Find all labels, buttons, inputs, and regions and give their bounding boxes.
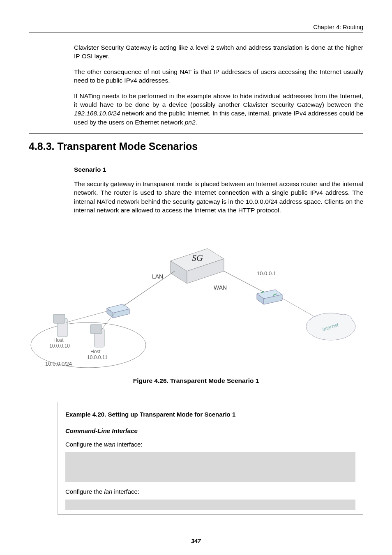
example-conf-lan: Configure the lan interface:	[65, 488, 355, 496]
scenario-heading: Scenario 1	[74, 165, 363, 174]
conf-wan-a: Configure the	[65, 441, 104, 448]
example-box: Example 4.20. Setting up Transparent Mod…	[58, 402, 363, 515]
figure-network-label: 10.0.0.0/24	[45, 361, 72, 367]
intro-paragraph-1: Clavister Security Gateway is acting lik…	[74, 43, 363, 61]
intro-p3-a: If NATing needs to be performed in the e…	[74, 92, 363, 108]
intro-p3-c: .	[196, 119, 197, 126]
figure-svg: 10.0.0.0/24 Host 10.0.0.10 Host 10.0.0.1…	[29, 226, 363, 374]
page: Chapter 4: Routing Clavister Security Ga…	[0, 0, 392, 555]
svg-line-16	[123, 271, 175, 306]
figure-hostA-ip: 10.0.0.10	[49, 343, 70, 349]
svg-line-18	[66, 310, 111, 322]
page-header: Chapter 4: Routing	[29, 24, 363, 32]
conf-lan-b: interface:	[112, 488, 139, 495]
svg-rect-2	[53, 314, 65, 323]
code-block-wan	[65, 452, 355, 482]
figure-wan-label: WAN	[214, 284, 227, 291]
conf-wan-i: wan	[104, 441, 115, 448]
figure-hostB-ip: 10.0.0.11	[87, 355, 108, 360]
figure-caption: Figure 4.26. Transparent Mode Scenario 1	[29, 376, 363, 385]
figure-lan-label: LAN	[152, 273, 163, 280]
intro-paragraph-2: The other consequence of not using NAT i…	[74, 67, 363, 85]
conf-wan-b: interface:	[115, 441, 143, 448]
example-conf-wan: Configure the wan interface:	[65, 440, 355, 449]
chapter-title: Chapter 4: Routing	[29, 24, 363, 30]
example-cli-heading: Command-Line Interface	[65, 427, 355, 435]
figure-hostB-label: Host	[90, 349, 101, 355]
section-divider: 4.8.3. Transparent Mode Scenarios	[29, 133, 363, 154]
figure-sg-label: SG	[192, 253, 203, 263]
intro-p3-pn: pn2	[185, 119, 196, 126]
figure-hostA-label: Host	[53, 337, 64, 343]
figure: 10.0.0.0/24 Host 10.0.0.10 Host 10.0.0.1…	[29, 226, 363, 385]
svg-line-19	[101, 312, 115, 331]
code-block-lan	[65, 500, 355, 510]
section-title: 4.8.3. Transparent Mode Scenarios	[29, 139, 363, 154]
scenario-text: The security gateway in transparent mode…	[74, 180, 363, 215]
intro-p3-ip: 192.168.10.0/24	[74, 110, 120, 117]
example-title: Example 4.20. Setting up Transparent Mod…	[65, 410, 355, 419]
conf-lan-i: lan	[104, 488, 112, 495]
page-number: 347	[0, 538, 392, 544]
svg-rect-4	[90, 325, 102, 334]
conf-lan-a: Configure the	[65, 488, 104, 495]
intro-paragraph-3: If NATing needs to be performed in the e…	[74, 92, 363, 127]
body: Clavister Security Gateway is acting lik…	[74, 43, 363, 515]
figure-router-ip: 10.0.0.1	[257, 270, 276, 276]
